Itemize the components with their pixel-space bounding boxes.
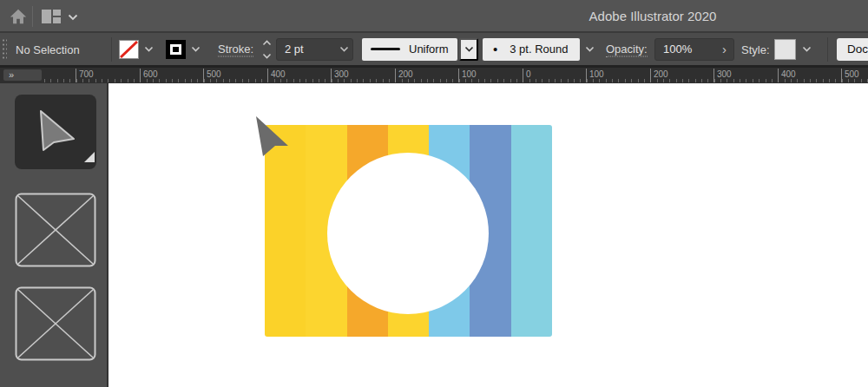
control-bar: No Selection Stroke: 2 pt Uniform • 3 pt… <box>0 33 868 68</box>
ruler-minor-ticks <box>44 79 868 82</box>
selection-status: No Selection <box>16 43 80 56</box>
chevron-down-icon <box>803 48 810 51</box>
horizontal-ruler[interactable]: » 700 600 500 400 300 200 100 0 100 200 … <box>0 68 868 83</box>
arrange-documents-icon[interactable] <box>41 9 62 24</box>
selection-arrow-icon <box>41 111 74 150</box>
ruler-tick: 400 <box>267 68 286 83</box>
style-chevron[interactable] <box>799 39 814 60</box>
none-fill-slash-icon <box>121 42 137 57</box>
ruler-tick: 700 <box>76 68 94 83</box>
document-setup-button[interactable]: Docu <box>837 38 868 61</box>
chevron-down-icon <box>340 48 347 51</box>
brush-chevron[interactable] <box>582 39 597 60</box>
width-profile-value: Uniform <box>409 43 449 56</box>
opacity-field[interactable]: 100% › <box>654 38 734 61</box>
stroke-weight-field[interactable]: 2 pt <box>276 38 353 61</box>
style-label: Style: <box>741 43 770 56</box>
opacity-more-icon[interactable]: › <box>722 42 733 56</box>
ruler-tick: 500 <box>203 68 221 83</box>
titlebar-divider <box>32 6 33 27</box>
style-swatch[interactable] <box>774 39 796 60</box>
brush-preview-dot-icon: • <box>493 43 497 56</box>
ruler-tick: 200 <box>395 68 413 83</box>
ruler-tick: 0 <box>523 68 531 83</box>
stroke-label[interactable]: Stroke: <box>218 42 253 56</box>
panel-expand-button[interactable]: » <box>3 69 42 81</box>
artboard-canvas[interactable] <box>108 83 868 387</box>
mouse-cursor-icon <box>256 116 291 158</box>
chevron-down-icon <box>145 48 152 51</box>
panel-drag-handle[interactable] <box>2 38 7 61</box>
brush-dropdown[interactable]: • 3 pt. Round <box>483 38 580 61</box>
chevron-down-icon <box>192 48 199 51</box>
chevron-down-icon <box>586 48 593 51</box>
selection-tool-button[interactable] <box>15 95 96 169</box>
uniform-profile-line-icon <box>371 48 400 50</box>
ruler-tick: 300 <box>713 68 732 83</box>
tool-flyout-corner-icon <box>84 152 95 162</box>
opacity-value: 100% <box>655 43 722 56</box>
width-profile-chevron[interactable] <box>459 38 478 61</box>
control-divider <box>111 37 112 62</box>
ruler-tick: 200 <box>650 68 668 83</box>
ruler-tick: 300 <box>331 68 349 83</box>
control-divider <box>827 37 828 62</box>
home-icon[interactable] <box>9 7 28 26</box>
ruler-tick: 600 <box>140 68 158 83</box>
ruler-tick: 100 <box>458 68 477 83</box>
ruler-tick: 100 <box>586 68 604 83</box>
empty-tool-slot-button[interactable] <box>15 286 96 361</box>
white-circle-shape[interactable] <box>327 153 489 314</box>
fill-dropdown-chevron[interactable] <box>141 39 156 60</box>
stroke-color-swatch[interactable] <box>166 40 186 59</box>
empty-tool-slot-button[interactable] <box>15 193 96 267</box>
ruler-tick: 400 <box>778 68 796 83</box>
placeholder-x-icon <box>15 193 96 267</box>
fill-none-swatch[interactable] <box>119 40 139 59</box>
stroke-weight-stepper[interactable] <box>261 40 272 59</box>
brush-value: 3 pt. Round <box>510 43 568 56</box>
stroke-weight-value: 2 pt <box>277 43 335 56</box>
stepper-up-icon[interactable] <box>262 40 272 46</box>
striped-rectangle-artwork[interactable] <box>265 125 552 337</box>
placeholder-x-icon <box>15 286 96 361</box>
tools-panel <box>0 83 108 387</box>
stroke-dropdown-chevron[interactable] <box>187 39 203 60</box>
arrange-documents-chevron-icon[interactable] <box>68 14 78 21</box>
width-profile-dropdown[interactable]: Uniform <box>362 38 457 61</box>
opacity-label[interactable]: Opacity: <box>606 42 648 56</box>
app-title: Adobe Illustrator 2020 <box>589 9 717 23</box>
title-bar: Adobe Illustrator 2020 <box>0 0 868 33</box>
ruler-tick: 500 <box>841 68 859 83</box>
stepper-down-icon[interactable] <box>262 53 272 59</box>
stripe[interactable] <box>511 125 552 337</box>
chevron-down-icon <box>465 48 472 51</box>
